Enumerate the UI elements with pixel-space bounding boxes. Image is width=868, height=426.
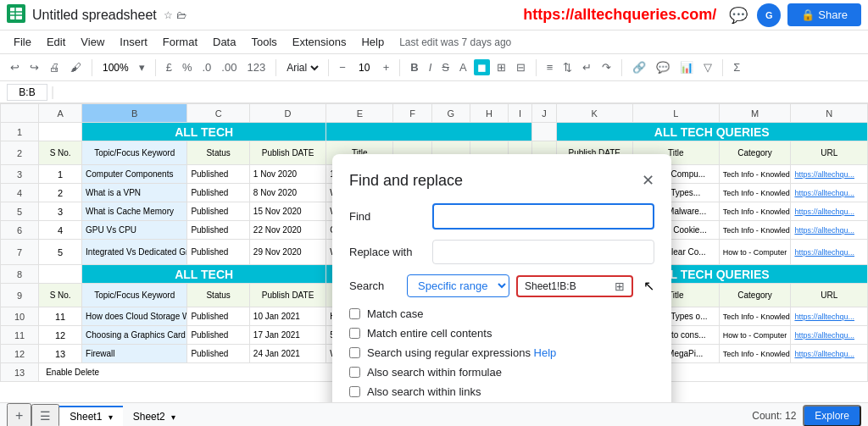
explore-button[interactable]: Explore bbox=[803, 405, 861, 427]
menu-bar: File Edit View Insert Format Data Tools … bbox=[0, 30, 868, 54]
font-select[interactable]: Arial bbox=[283, 61, 321, 75]
app-icon bbox=[7, 4, 25, 25]
text-color-button[interactable]: A bbox=[456, 59, 470, 75]
strikethrough-button[interactable]: S bbox=[438, 59, 453, 75]
sheet-options-button[interactable]: ☰ bbox=[31, 404, 59, 427]
grid-select-icon[interactable]: ⊞ bbox=[615, 279, 625, 293]
help-link[interactable]: Help bbox=[534, 346, 557, 359]
tab-sheet1[interactable]: Sheet1 ▾ bbox=[59, 406, 122, 426]
wrap-button[interactable]: ↵ bbox=[579, 59, 595, 75]
font-size-input[interactable] bbox=[353, 62, 376, 74]
comment-button[interactable]: 💬 bbox=[653, 59, 673, 75]
search-label: Search bbox=[349, 279, 400, 292]
font-decrease[interactable]: − bbox=[336, 59, 349, 75]
find-input[interactable] bbox=[432, 203, 654, 230]
folder-icon[interactable]: 🗁 bbox=[176, 9, 186, 21]
watermark: https://alltechqueries.com/ bbox=[523, 6, 716, 24]
separator3 bbox=[275, 59, 276, 76]
tab-sheet2-label: Sheet2 bbox=[133, 411, 165, 423]
chart-button[interactable]: 📊 bbox=[676, 59, 697, 75]
bold-button[interactable]: B bbox=[407, 59, 421, 75]
menu-help[interactable]: Help bbox=[354, 34, 391, 50]
formula-bar: B:B | bbox=[0, 81, 868, 103]
separator7 bbox=[621, 59, 622, 76]
zoom-level[interactable]: 100% bbox=[99, 60, 132, 75]
add-sheet-button[interactable]: + bbox=[7, 403, 31, 427]
zoom-dropdown[interactable]: ▾ bbox=[136, 59, 148, 75]
menu-edit[interactable]: Edit bbox=[40, 34, 72, 50]
align-button[interactable]: ≡ bbox=[543, 59, 557, 75]
borders-button[interactable]: ⊞ bbox=[493, 59, 509, 75]
print-button[interactable]: 🖨 bbox=[46, 59, 64, 75]
toolbar: ↩ ↪ 🖨 🖌 100% ▾ £ % .0 .00 123 Arial − + … bbox=[0, 54, 868, 81]
top-bar: Untitled spreadsheet ☆ 🗁 https://alltech… bbox=[0, 0, 868, 30]
menu-data[interactable]: Data bbox=[206, 34, 242, 50]
match-entire-label: Match entire cell contents bbox=[367, 327, 492, 340]
range-box: Sheet1!B:B ⊞ bbox=[516, 275, 633, 297]
regex-checkbox[interactable] bbox=[349, 347, 360, 358]
formula-separator: | bbox=[51, 85, 54, 100]
dialog-close-button[interactable]: ✕ bbox=[642, 171, 654, 190]
search-row: Search Specific range All sheets This sh… bbox=[349, 274, 654, 297]
tab-sheet1-label: Sheet1 bbox=[70, 411, 102, 423]
share-button[interactable]: 🔒 Share bbox=[787, 3, 861, 26]
match-case-checkbox[interactable] bbox=[349, 308, 360, 319]
range-value: Sheet1!B:B bbox=[525, 280, 576, 292]
menu-file[interactable]: File bbox=[7, 34, 38, 50]
filter-button[interactable]: ▽ bbox=[700, 59, 715, 75]
separator1 bbox=[92, 59, 92, 76]
paint-format-button[interactable]: 🖌 bbox=[67, 59, 85, 75]
function-button[interactable]: Σ bbox=[730, 59, 743, 75]
separator6 bbox=[536, 59, 537, 76]
sheet-area: A B C D E F G H I J K L M N bbox=[0, 103, 868, 402]
replace-label: Replace with bbox=[349, 246, 426, 258]
dialog-header: Find and replace ✕ bbox=[349, 171, 654, 190]
search-select[interactable]: Specific range All sheets This sheet bbox=[407, 274, 509, 297]
match-case-row: Match case bbox=[349, 307, 654, 320]
menu-view[interactable]: View bbox=[74, 34, 111, 50]
tab-sheet1-dropdown[interactable]: ▾ bbox=[108, 412, 113, 422]
find-label: Find bbox=[349, 210, 426, 223]
dialog-title-text: Find and replace bbox=[349, 172, 463, 190]
match-case-label: Match case bbox=[367, 307, 423, 320]
formula-input[interactable] bbox=[58, 86, 861, 98]
last-edit: Last edit was 7 days ago bbox=[399, 36, 511, 48]
italic-button[interactable]: I bbox=[426, 59, 436, 75]
links-checkbox[interactable] bbox=[349, 386, 360, 397]
formulae-checkbox[interactable] bbox=[349, 367, 360, 378]
redo-button[interactable]: ↪ bbox=[26, 59, 42, 75]
tab-sheet2-dropdown[interactable]: ▾ bbox=[171, 412, 175, 422]
tab-sheet2[interactable]: Sheet2 ▾ bbox=[123, 406, 186, 426]
doc-title[interactable]: Untitled spreadsheet bbox=[32, 8, 157, 23]
dialog-overlay: Find and replace ✕ Find Replace with Sea… bbox=[0, 103, 868, 402]
star-icon[interactable]: ☆ bbox=[164, 9, 173, 21]
separator8 bbox=[722, 59, 723, 76]
font-increase[interactable]: + bbox=[380, 59, 393, 75]
match-entire-checkbox[interactable] bbox=[349, 328, 360, 339]
cell-ref-box[interactable]: B:B bbox=[7, 84, 47, 101]
undo-button[interactable]: ↩ bbox=[7, 59, 23, 75]
menu-format[interactable]: Format bbox=[156, 34, 204, 50]
top-right-actions: 💬 G 🔒 Share bbox=[726, 3, 861, 27]
menu-insert[interactable]: Insert bbox=[113, 34, 154, 50]
find-row: Find bbox=[349, 203, 654, 230]
rotate-button[interactable]: ↷ bbox=[598, 59, 615, 75]
share-icon: 🔒 bbox=[801, 8, 815, 21]
replace-input[interactable] bbox=[432, 240, 654, 264]
increase-decimal[interactable]: .00 bbox=[218, 59, 240, 75]
formulae-label: Also search within formulae bbox=[367, 366, 502, 379]
find-replace-dialog: Find and replace ✕ Find Replace with Sea… bbox=[332, 154, 671, 402]
currency-button[interactable]: £ bbox=[163, 59, 175, 75]
avatar[interactable]: G bbox=[757, 3, 781, 27]
link-button[interactable]: 🔗 bbox=[629, 59, 649, 75]
formulae-row: Also search within formulae bbox=[349, 366, 654, 379]
merge-button[interactable]: ⊟ bbox=[513, 59, 529, 75]
menu-tools[interactable]: Tools bbox=[244, 34, 283, 50]
valign-button[interactable]: ⇅ bbox=[559, 59, 576, 75]
menu-extensions[interactable]: Extensions bbox=[286, 34, 353, 50]
comment-icon[interactable]: 💬 bbox=[726, 3, 750, 27]
format-number[interactable]: 123 bbox=[243, 59, 269, 75]
percent-button[interactable]: % bbox=[179, 59, 196, 75]
decrease-decimal[interactable]: .0 bbox=[199, 59, 215, 75]
fill-color-button[interactable]: ◼ bbox=[474, 59, 490, 75]
